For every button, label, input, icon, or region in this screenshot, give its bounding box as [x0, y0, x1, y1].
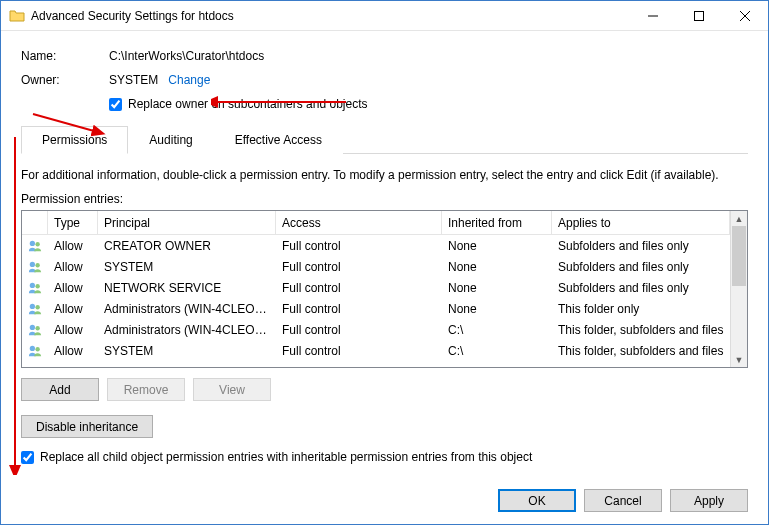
name-value: C:\InterWorks\Curator\htdocs — [109, 49, 264, 63]
replace-all-label: Replace all child object permission entr… — [40, 450, 532, 464]
cell-type: Allow — [48, 302, 98, 316]
cell-type: Allow — [48, 260, 98, 274]
cell-applies: This folder, subfolders and files — [552, 323, 730, 337]
cell-type: Allow — [48, 323, 98, 337]
table-row[interactable]: AllowAdministrators (WIN-4CLEOS...Full c… — [22, 319, 730, 340]
cell-principal: SYSTEM — [98, 260, 276, 274]
col-icon[interactable] — [22, 211, 48, 234]
view-button: View — [193, 378, 271, 401]
cell-type: Allow — [48, 239, 98, 253]
cell-principal: Administrators (WIN-4CLEOS... — [98, 323, 276, 337]
cell-principal: CREATOR OWNER — [98, 239, 276, 253]
scroll-down-icon[interactable]: ▼ — [731, 352, 747, 367]
grid-header: Type Principal Access Inherited from App… — [22, 211, 730, 235]
change-owner-link[interactable]: Change — [168, 73, 210, 87]
owner-value: SYSTEM — [109, 73, 158, 87]
cell-inherited: None — [442, 281, 552, 295]
svg-point-8 — [30, 282, 35, 287]
minimize-button[interactable] — [630, 1, 676, 30]
cell-inherited: None — [442, 239, 552, 253]
window-controls — [630, 1, 768, 30]
tabs: Permissions Auditing Effective Access — [21, 125, 748, 154]
ok-button[interactable]: OK — [498, 489, 576, 512]
window-title: Advanced Security Settings for htdocs — [31, 9, 630, 23]
table-row[interactable]: AllowNETWORK SERVICEFull controlNoneSubf… — [22, 277, 730, 298]
svg-rect-1 — [695, 11, 704, 20]
disable-inheritance-button[interactable]: Disable inheritance — [21, 415, 153, 438]
cancel-button[interactable]: Cancel — [584, 489, 662, 512]
cell-type: Allow — [48, 281, 98, 295]
svg-point-6 — [30, 261, 35, 266]
folder-security-icon — [9, 8, 25, 24]
replace-all-row[interactable]: Replace all child object permission entr… — [21, 450, 748, 464]
svg-point-10 — [30, 303, 35, 308]
window: Advanced Security Settings for htdocs Na… — [0, 0, 769, 525]
col-principal[interactable]: Principal — [98, 211, 276, 234]
cell-principal: SYSTEM — [98, 344, 276, 358]
table-row[interactable]: AllowSYSTEMFull controlNoneSubfolders an… — [22, 256, 730, 277]
scroll-thumb[interactable] — [732, 226, 746, 286]
owner-label: Owner: — [21, 73, 109, 87]
col-type[interactable]: Type — [48, 211, 98, 234]
col-access[interactable]: Access — [276, 211, 442, 234]
users-icon — [22, 238, 48, 254]
svg-point-4 — [30, 240, 35, 245]
cell-access: Full control — [276, 323, 442, 337]
users-icon — [22, 301, 48, 317]
cell-applies: Subfolders and files only — [552, 260, 730, 274]
replace-owner-checkbox[interactable] — [109, 98, 122, 111]
replace-owner-checkbox-row[interactable]: Replace owner on subcontainers and objec… — [109, 97, 748, 111]
tab-auditing[interactable]: Auditing — [128, 126, 213, 154]
users-icon — [22, 259, 48, 275]
content: Name: C:\InterWorks\Curator\htdocs Owner… — [1, 31, 768, 477]
remove-button: Remove — [107, 378, 185, 401]
replace-all-checkbox[interactable] — [21, 451, 34, 464]
cell-applies: This folder, subfolders and files — [552, 344, 730, 358]
cell-access: Full control — [276, 302, 442, 316]
add-button[interactable]: Add — [21, 378, 99, 401]
close-button[interactable] — [722, 1, 768, 30]
scrollbar[interactable]: ▲ ▼ — [730, 211, 747, 367]
titlebar: Advanced Security Settings for htdocs — [1, 1, 768, 31]
maximize-button[interactable] — [676, 1, 722, 30]
col-applies[interactable]: Applies to — [552, 211, 730, 234]
svg-point-7 — [35, 263, 39, 267]
tab-effective-access[interactable]: Effective Access — [214, 126, 343, 154]
cell-inherited: C:\ — [442, 344, 552, 358]
cell-inherited: None — [442, 260, 552, 274]
svg-point-11 — [35, 305, 39, 309]
users-icon — [22, 322, 48, 338]
cell-principal: Administrators (WIN-4CLEOS... — [98, 302, 276, 316]
cell-applies: Subfolders and files only — [552, 239, 730, 253]
owner-row: Owner: SYSTEM Change — [21, 73, 748, 87]
apply-button[interactable]: Apply — [670, 489, 748, 512]
scroll-up-icon[interactable]: ▲ — [731, 211, 747, 226]
cell-access: Full control — [276, 239, 442, 253]
permission-grid: Type Principal Access Inherited from App… — [21, 210, 748, 368]
entries-label: Permission entries: — [21, 192, 748, 206]
svg-point-13 — [35, 326, 39, 330]
cell-inherited: C:\ — [442, 323, 552, 337]
users-icon — [22, 280, 48, 296]
col-inherited[interactable]: Inherited from — [442, 211, 552, 234]
replace-owner-label: Replace owner on subcontainers and objec… — [128, 97, 367, 111]
svg-point-15 — [35, 347, 39, 351]
svg-point-14 — [30, 345, 35, 350]
entry-buttons: Add Remove View — [21, 378, 748, 401]
cell-type: Allow — [48, 344, 98, 358]
cell-applies: Subfolders and files only — [552, 281, 730, 295]
cell-access: Full control — [276, 281, 442, 295]
svg-point-12 — [30, 324, 35, 329]
table-row[interactable]: AllowCREATOR OWNERFull controlNoneSubfol… — [22, 235, 730, 256]
table-row[interactable]: AllowAdministrators (WIN-4CLEOS...Full c… — [22, 298, 730, 319]
cell-access: Full control — [276, 260, 442, 274]
tab-permissions[interactable]: Permissions — [21, 126, 128, 154]
cell-applies: This folder only — [552, 302, 730, 316]
table-row[interactable]: AllowSYSTEMFull controlC:\This folder, s… — [22, 340, 730, 361]
users-icon — [22, 343, 48, 359]
cell-access: Full control — [276, 344, 442, 358]
info-text: For additional information, double-click… — [21, 168, 748, 182]
dialog-footer: OK Cancel Apply — [1, 477, 768, 524]
cell-principal: NETWORK SERVICE — [98, 281, 276, 295]
cell-inherited: None — [442, 302, 552, 316]
